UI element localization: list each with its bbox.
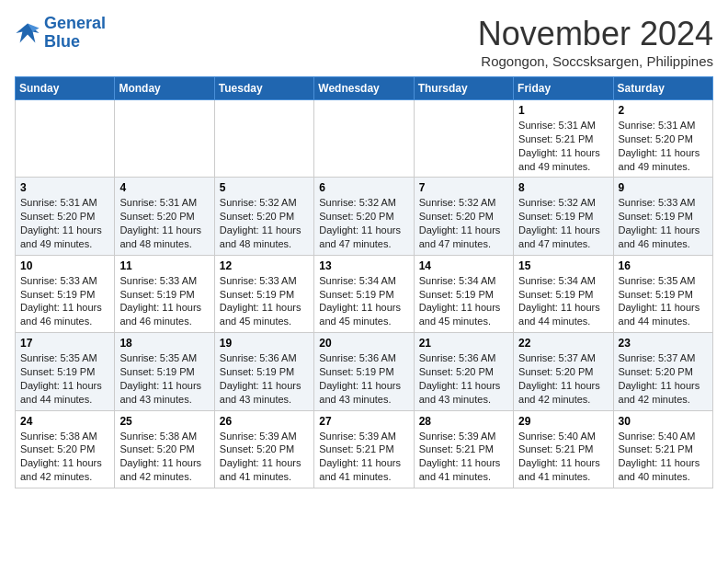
calendar-cell (115, 100, 214, 178)
day-info: Sunrise: 5:32 AMSunset: 5:20 PMDaylight:… (220, 196, 309, 250)
logo-line1: General (44, 14, 106, 32)
weekday-header: Saturday (613, 77, 712, 100)
calendar-cell: 30Sunrise: 5:40 AMSunset: 5:21 PMDayligh… (613, 410, 712, 488)
calendar-cell: 27Sunrise: 5:39 AMSunset: 5:21 PMDayligh… (314, 410, 414, 488)
day-number: 7 (419, 181, 508, 194)
day-number: 9 (619, 181, 708, 194)
calendar-cell: 8Sunrise: 5:32 AMSunset: 5:19 PMDaylight… (514, 178, 613, 255)
day-number: 25 (119, 415, 209, 428)
logo-bird-icon (15, 20, 40, 46)
logo-line2: Blue (44, 32, 80, 51)
day-info: Sunrise: 5:37 AMSunset: 5:20 PMDaylight:… (518, 351, 608, 406)
calendar-week-row: 10Sunrise: 5:33 AMSunset: 5:19 PMDayligh… (16, 255, 713, 332)
day-info: Sunrise: 5:33 AMSunset: 5:19 PMDaylight:… (20, 274, 109, 328)
day-info: Sunrise: 5:33 AMSunset: 5:19 PMDaylight:… (119, 274, 209, 328)
calendar-cell: 20Sunrise: 5:36 AMSunset: 5:19 PMDayligh… (314, 333, 414, 410)
calendar-cell: 6Sunrise: 5:32 AMSunset: 5:20 PMDaylight… (314, 178, 414, 255)
day-number: 5 (220, 181, 309, 194)
day-info: Sunrise: 5:40 AMSunset: 5:21 PMDaylight:… (619, 430, 708, 484)
day-info: Sunrise: 5:38 AMSunset: 5:20 PMDaylight:… (119, 430, 209, 484)
logo: General Blue (15, 15, 106, 52)
day-info: Sunrise: 5:31 AMSunset: 5:20 PMDaylight:… (20, 196, 109, 250)
calendar-cell: 4Sunrise: 5:31 AMSunset: 5:20 PMDaylight… (115, 178, 214, 255)
weekday-header: Thursday (414, 77, 513, 100)
day-number: 12 (220, 259, 309, 272)
calendar-week-row: 1Sunrise: 5:31 AMSunset: 5:21 PMDaylight… (16, 100, 713, 178)
calendar-week-row: 3Sunrise: 5:31 AMSunset: 5:20 PMDaylight… (16, 178, 713, 255)
calendar-cell: 12Sunrise: 5:33 AMSunset: 5:19 PMDayligh… (214, 255, 313, 332)
day-number: 21 (419, 337, 508, 350)
weekday-header: Tuesday (214, 77, 313, 100)
day-number: 20 (319, 337, 408, 350)
day-info: Sunrise: 5:36 AMSunset: 5:19 PMDaylight:… (220, 351, 309, 406)
day-info: Sunrise: 5:32 AMSunset: 5:20 PMDaylight:… (419, 196, 508, 250)
calendar-cell: 29Sunrise: 5:40 AMSunset: 5:21 PMDayligh… (514, 410, 613, 488)
day-number: 13 (319, 259, 408, 272)
calendar-cell (16, 100, 115, 178)
day-info: Sunrise: 5:31 AMSunset: 5:21 PMDaylight:… (518, 119, 608, 173)
calendar-cell: 7Sunrise: 5:32 AMSunset: 5:20 PMDaylight… (414, 178, 513, 255)
calendar-cell: 11Sunrise: 5:33 AMSunset: 5:19 PMDayligh… (115, 255, 214, 332)
day-info: Sunrise: 5:33 AMSunset: 5:19 PMDaylight:… (220, 274, 309, 328)
weekday-header: Wednesday (314, 77, 414, 100)
calendar-cell: 26Sunrise: 5:39 AMSunset: 5:20 PMDayligh… (214, 410, 313, 488)
day-number: 6 (319, 181, 408, 194)
calendar-cell: 18Sunrise: 5:35 AMSunset: 5:19 PMDayligh… (115, 333, 214, 410)
calendar-cell: 10Sunrise: 5:33 AMSunset: 5:19 PMDayligh… (16, 255, 115, 332)
day-info: Sunrise: 5:31 AMSunset: 5:20 PMDaylight:… (619, 119, 708, 173)
svg-marker-0 (16, 23, 39, 42)
calendar-week-row: 17Sunrise: 5:35 AMSunset: 5:19 PMDayligh… (16, 333, 713, 410)
calendar-cell: 28Sunrise: 5:39 AMSunset: 5:21 PMDayligh… (414, 410, 513, 488)
day-info: Sunrise: 5:39 AMSunset: 5:21 PMDaylight:… (319, 430, 408, 484)
calendar-cell: 22Sunrise: 5:37 AMSunset: 5:20 PMDayligh… (514, 333, 613, 410)
day-number: 19 (220, 337, 309, 350)
day-info: Sunrise: 5:38 AMSunset: 5:20 PMDaylight:… (20, 430, 109, 484)
calendar-week-row: 24Sunrise: 5:38 AMSunset: 5:20 PMDayligh… (16, 410, 713, 488)
day-info: Sunrise: 5:31 AMSunset: 5:20 PMDaylight:… (119, 196, 209, 250)
calendar-cell: 21Sunrise: 5:36 AMSunset: 5:20 PMDayligh… (414, 333, 513, 410)
calendar-header-row: SundayMondayTuesdayWednesdayThursdayFrid… (16, 77, 713, 100)
calendar-cell: 3Sunrise: 5:31 AMSunset: 5:20 PMDaylight… (16, 178, 115, 255)
calendar-cell: 1Sunrise: 5:31 AMSunset: 5:21 PMDaylight… (514, 100, 613, 178)
day-number: 14 (419, 259, 508, 272)
weekday-header: Sunday (16, 77, 115, 100)
day-number: 3 (20, 181, 109, 194)
day-info: Sunrise: 5:35 AMSunset: 5:19 PMDaylight:… (619, 274, 708, 328)
day-number: 11 (119, 259, 209, 272)
day-info: Sunrise: 5:34 AMSunset: 5:19 PMDaylight:… (518, 274, 608, 328)
day-number: 23 (619, 337, 708, 350)
calendar-cell (314, 100, 414, 178)
calendar-cell: 25Sunrise: 5:38 AMSunset: 5:20 PMDayligh… (115, 410, 214, 488)
calendar-cell: 19Sunrise: 5:36 AMSunset: 5:19 PMDayligh… (214, 333, 313, 410)
day-info: Sunrise: 5:34 AMSunset: 5:19 PMDaylight:… (419, 274, 508, 328)
day-number: 24 (20, 415, 109, 428)
day-info: Sunrise: 5:36 AMSunset: 5:19 PMDaylight:… (319, 351, 408, 406)
weekday-header: Monday (115, 77, 214, 100)
day-info: Sunrise: 5:33 AMSunset: 5:19 PMDaylight:… (619, 196, 708, 250)
calendar-table: SundayMondayTuesdayWednesdayThursdayFrid… (15, 76, 713, 488)
day-info: Sunrise: 5:35 AMSunset: 5:19 PMDaylight:… (119, 351, 209, 406)
day-number: 30 (619, 415, 708, 428)
day-number: 28 (419, 415, 508, 428)
title-block: November 2024 Rogongon, Soccsksargen, Ph… (478, 15, 713, 69)
calendar-cell: 16Sunrise: 5:35 AMSunset: 5:19 PMDayligh… (613, 255, 712, 332)
calendar-cell: 9Sunrise: 5:33 AMSunset: 5:19 PMDaylight… (613, 178, 712, 255)
weekday-header: Friday (514, 77, 613, 100)
day-number: 17 (20, 337, 109, 350)
day-number: 26 (220, 415, 309, 428)
day-info: Sunrise: 5:32 AMSunset: 5:20 PMDaylight:… (319, 196, 408, 250)
calendar-cell: 17Sunrise: 5:35 AMSunset: 5:19 PMDayligh… (16, 333, 115, 410)
day-number: 27 (319, 415, 408, 428)
day-number: 1 (518, 104, 608, 117)
day-info: Sunrise: 5:39 AMSunset: 5:20 PMDaylight:… (220, 430, 309, 484)
location: Rogongon, Soccsksargen, Philippines (478, 53, 713, 69)
day-info: Sunrise: 5:36 AMSunset: 5:20 PMDaylight:… (419, 351, 508, 406)
logo-text: General Blue (44, 15, 106, 52)
calendar-cell (414, 100, 513, 178)
day-number: 18 (119, 337, 209, 350)
calendar-cell: 15Sunrise: 5:34 AMSunset: 5:19 PMDayligh… (514, 255, 613, 332)
day-number: 4 (119, 181, 209, 194)
day-info: Sunrise: 5:39 AMSunset: 5:21 PMDaylight:… (419, 430, 508, 484)
calendar-cell: 24Sunrise: 5:38 AMSunset: 5:20 PMDayligh… (16, 410, 115, 488)
day-number: 15 (518, 259, 608, 272)
